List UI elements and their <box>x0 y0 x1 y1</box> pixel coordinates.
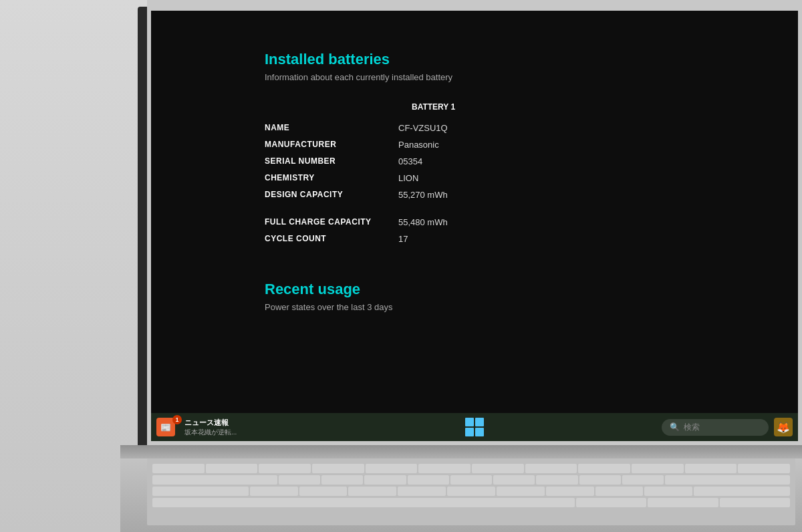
win-logo-q1 <box>465 418 474 426</box>
key <box>279 475 320 485</box>
key <box>648 498 718 507</box>
search-icon: 🔍 <box>670 422 680 432</box>
field-value-full-charge: 55,480 mWh <box>398 214 612 231</box>
taskbar-center-area <box>465 418 484 436</box>
key <box>497 487 545 496</box>
key-row-4 <box>152 498 790 507</box>
win-logo-q4 <box>475 428 484 436</box>
keyboard-keys <box>147 458 795 513</box>
key <box>408 475 449 485</box>
table-row: NAME CF-VZSU1Q <box>265 120 612 136</box>
taskbar-right-area: 🔍 検索 🦊 <box>662 418 793 436</box>
key <box>250 487 298 496</box>
field-label-serial: SERIAL NUMBER <box>265 153 398 170</box>
recent-usage-title: Recent usage <box>265 281 778 298</box>
laptop-screen: Installed batteries Information about ea… <box>151 11 798 441</box>
key <box>536 475 577 485</box>
key <box>366 464 418 473</box>
battery-number-header: BATTERY 1 <box>398 102 612 120</box>
key <box>152 464 205 473</box>
key <box>450 475 492 485</box>
key <box>576 498 646 507</box>
field-label-full-charge: FULL CHARGE CAPACITY <box>265 214 398 231</box>
key-row-2 <box>152 475 790 485</box>
field-value-cycle: 17 <box>398 231 612 247</box>
installed-batteries-subtitle: Information about each currently install… <box>265 72 778 82</box>
key <box>546 487 594 496</box>
key <box>418 464 471 473</box>
key <box>152 475 277 485</box>
table-row: MANUFACTURER Panasonic <box>265 136 612 153</box>
news-headline-label: ニュース速報 <box>184 418 237 428</box>
win-logo-q3 <box>465 428 474 436</box>
key <box>364 475 406 485</box>
field-value-chemistry: LION <box>398 170 612 186</box>
key <box>632 464 684 473</box>
key <box>472 464 524 473</box>
news-subtext: 坂本花織が逆転... <box>184 428 237 437</box>
key <box>525 464 577 473</box>
field-label-cycle: CYCLE COUNT <box>265 231 398 247</box>
key <box>321 475 363 485</box>
key <box>720 498 790 507</box>
key <box>578 464 630 473</box>
installed-batteries-title: Installed batteries <box>265 51 778 68</box>
taskbar-animal-widget[interactable]: 🦊 <box>774 418 793 436</box>
windows-logo-button[interactable] <box>465 418 484 436</box>
key <box>299 487 348 496</box>
key <box>644 487 692 496</box>
field-label-chemistry: CHEMISTRY <box>265 170 398 186</box>
screen-left-edge <box>138 7 147 445</box>
field-value-design-cap: 55,270 mWh <box>398 186 612 203</box>
table-row: FULL CHARGE CAPACITY 55,480 mWh <box>265 214 612 231</box>
laptop-hinge <box>120 445 802 458</box>
recent-usage-subtitle: Power states over the last 3 days <box>265 302 778 312</box>
key <box>398 487 446 496</box>
key <box>622 475 664 485</box>
key <box>348 487 396 496</box>
table-row: DESIGN CAPACITY 55,270 mWh <box>265 186 612 203</box>
battery-report-content: Installed batteries Information about ea… <box>151 11 798 413</box>
field-label-name: NAME <box>265 120 398 136</box>
taskbar-search-bar[interactable]: 🔍 検索 <box>662 419 769 436</box>
table-row: CHEMISTRY LION <box>265 170 612 186</box>
field-value-serial: 05354 <box>398 153 612 170</box>
key <box>685 464 737 473</box>
key <box>259 464 311 473</box>
installed-batteries-section: Installed batteries Information about ea… <box>265 51 778 247</box>
laptop-bottom-frame <box>120 445 802 532</box>
key-row-3 <box>152 487 790 496</box>
key <box>738 464 790 473</box>
key <box>152 487 249 496</box>
battery-info-table: BATTERY 1 NAME CF-VZSU1Q MANUFACTURER Pa… <box>265 102 612 247</box>
battery-header-row: BATTERY 1 <box>265 102 612 120</box>
table-divider <box>265 203 612 214</box>
win-logo-q2 <box>475 418 484 426</box>
news-notification-badge: 1 <box>172 415 182 424</box>
spacebar-key[interactable] <box>152 498 575 507</box>
search-placeholder-text: 検索 <box>684 422 700 433</box>
key <box>312 464 364 473</box>
key <box>665 475 790 485</box>
key <box>694 487 790 496</box>
taskbar-news-widget[interactable]: 📰 1 ニュース速報 坂本花織が逆転... <box>156 418 656 437</box>
key-row-1 <box>152 464 790 473</box>
field-label-manufacturer: MANUFACTURER <box>265 136 398 153</box>
table-row: CYCLE COUNT 17 <box>265 231 612 247</box>
recent-usage-section: Recent usage Power states over the last … <box>265 281 778 312</box>
windows-taskbar: 📰 1 ニュース速報 坂本花織が逆転... 🔍 検索 🦊 <box>151 413 798 441</box>
field-value-manufacturer: Panasonic <box>398 136 612 153</box>
key <box>579 475 621 485</box>
field-label-design-cap: DESIGN CAPACITY <box>265 186 398 203</box>
key <box>447 487 495 496</box>
key <box>206 464 258 473</box>
keyboard-area <box>147 458 795 525</box>
key <box>493 475 535 485</box>
key <box>595 487 644 496</box>
field-value-name: CF-VZSU1Q <box>398 120 612 136</box>
news-text-block: ニュース速報 坂本花織が逆転... <box>184 418 237 437</box>
table-row: SERIAL NUMBER 05354 <box>265 153 612 170</box>
